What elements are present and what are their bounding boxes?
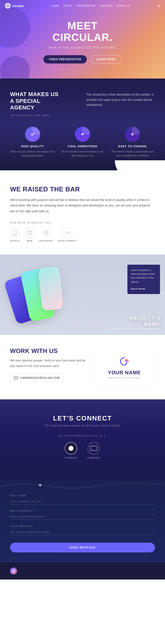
project-phones <box>5 260 70 330</box>
form-input-name[interactable] <box>10 498 155 505</box>
development-label: DEVELOPMENT <box>58 240 77 242</box>
nav-links: HOME ABOUT PARTNERSHIP CAREERS SPEAK UP <box>51 5 130 7</box>
web-label: WEB <box>27 240 33 242</box>
svg-line-11 <box>67 231 68 234</box>
logo-text: circular <box>12 4 24 8</box>
radio-startup-label: STARTUP <box>65 457 77 459</box>
read-more-link[interactable]: READ MORE <box>131 288 145 290</box>
hero-decoration-circle-left <box>0 8 30 48</box>
video-presentation-button[interactable]: VIDEO PRESENTATION <box>43 55 87 63</box>
navigation: circular HOME ABOUT PARTNERSHIP CAREERS … <box>0 0 165 12</box>
nav-home[interactable]: HOME <box>51 5 59 7</box>
radio-company: COMPANY <box>87 442 100 459</box>
hero-section: MEET CIRCULAR. THIS IS THE AGENCY OF THE… <box>0 0 165 79</box>
form-input-email[interactable] <box>10 514 155 520</box>
work-description: We love talented people. Send us your be… <box>10 358 86 369</box>
animations-icon <box>75 127 90 142</box>
feature-high-quality-name: HIGH QUALITY <box>10 145 55 148</box>
agency-title-block: WHAT MAKES US A SPECIAL AGENCY LET'S DIS… <box>10 91 79 116</box>
work-card: YOUR NAME PRODUCT DESIGNER <box>94 347 155 387</box>
svg-point-1 <box>7 5 8 6</box>
send-message-button[interactable]: SEND MESSAGE <box>10 543 155 552</box>
project-name-title: PROJECT'S NAME <box>109 316 160 327</box>
hamburger-icon[interactable]: ≡ <box>158 4 160 8</box>
mobile-label: MOBILE <box>10 240 20 242</box>
phone-3 <box>38 266 63 311</box>
project-subtitle: A SHORT SUBTITLE FOR THE PROJECT <box>109 327 160 330</box>
interests-row: MOBILE WEB BRANDING <box>10 228 155 242</box>
project-card-text: Here it should be a short description ab… <box>131 268 156 283</box>
circular-logo-work <box>118 355 131 368</box>
agency-description: This should be a short description of th… <box>86 91 155 116</box>
form-label-email: EMAIL ADDRESS <box>10 510 155 512</box>
svg-point-9 <box>44 231 48 235</box>
form-field-name: FULL NAME <box>10 494 155 505</box>
interest-web: WEB <box>25 228 34 242</box>
raised-description: We're working with passion and we like t… <box>10 197 150 214</box>
svg-rect-7 <box>27 231 32 235</box>
svg-marker-2 <box>82 133 84 135</box>
project-dots <box>162 292 163 298</box>
high-quality-icon <box>25 127 40 142</box>
agency-section: WHAT MAKES US A SPECIAL AGENCY LET'S DIS… <box>0 79 165 170</box>
dot-2[interactable] <box>162 294 163 296</box>
radio-startup-inner <box>68 446 73 451</box>
feature-high-quality-desc: We're not just a theme; the designs look… <box>10 150 55 158</box>
mobile-icon <box>10 228 20 238</box>
radio-company-circle[interactable] <box>88 442 100 455</box>
feature-easy-change: EASY TO CHANGE The theme is highly custo… <box>110 127 155 158</box>
svg-point-13 <box>39 484 41 486</box>
feature-easy-change-desc: The theme is highly customizable and can… <box>110 150 155 158</box>
hero-decoration-circle-bottom <box>0 56 30 79</box>
project-card: Here it should be a short description ab… <box>127 265 160 294</box>
learn-more-button[interactable]: LEARN MORE <box>91 55 122 63</box>
form-label-message: YOUR MESSAGE <box>10 525 155 527</box>
interest-development: DEVELOPMENT <box>58 228 77 242</box>
interest-branding: BRANDING <box>39 228 53 242</box>
work-inner: WORK WITH US We love talented people. Se… <box>10 347 155 387</box>
form-field-message: YOUR MESSAGE <box>10 525 155 535</box>
dot-1[interactable] <box>162 292 163 293</box>
footer <box>0 562 165 580</box>
radio-company-rect <box>90 446 97 451</box>
svg-point-4 <box>132 134 133 134</box>
form-section: FULL NAME EMAIL ADDRESS YOUR MESSAGE SEN… <box>0 479 165 562</box>
branding-label: BRANDING <box>39 240 53 242</box>
hero-buttons: VIDEO PRESENTATION LEARN MORE <box>43 55 122 63</box>
features-row: HIGH QUALITY We're not just a theme; the… <box>10 127 155 158</box>
radio-startup: STARTUP <box>65 442 77 459</box>
project-banner: Here it should be a short description ab… <box>0 255 165 335</box>
dot-3[interactable] <box>162 297 163 298</box>
email-text: CAREERS@CIRCULAR.COM <box>20 377 60 379</box>
feature-animations: COOL ANIMATIONS We've included cool anim… <box>60 127 105 158</box>
svg-point-10 <box>45 232 47 234</box>
web-icon <box>25 228 34 238</box>
your-name: YOUR NAME <box>108 370 141 376</box>
project-name-block: PROJECT'S NAME A SHORT SUBTITLE FOR THE … <box>109 316 160 330</box>
connect-subtitle: Fill in the form below and we will be in… <box>10 424 155 427</box>
nav-partnership[interactable]: PARTNERSHIP <box>77 5 96 7</box>
raised-section: WE RAISED THE BAR We're working with pas… <box>0 170 165 255</box>
nav-about[interactable]: ABOUT <box>63 5 73 7</box>
nav-careers[interactable]: CAREERS <box>100 5 113 7</box>
radio-startup-circle[interactable] <box>65 442 77 455</box>
feature-animations-name: COOL ANIMATIONS <box>60 145 105 148</box>
high-quality-icon-wrapper <box>25 127 40 142</box>
connect-title: LET'S CONNECT <box>10 414 155 422</box>
work-section: WORK WITH US We love talented people. Se… <box>0 335 165 399</box>
agency-title: WHAT MAKES US A SPECIAL AGENCY <box>10 91 79 111</box>
email-icon <box>14 376 18 380</box>
interests-label: OUR MAIN INTERESTS ARE: <box>10 222 155 224</box>
logo[interactable]: circular <box>5 3 24 9</box>
work-title: WORK WITH US <box>10 347 86 354</box>
feature-easy-change-name: EASY TO CHANGE <box>110 145 155 148</box>
branding-icon <box>41 228 51 238</box>
form-input-message[interactable] <box>10 529 155 535</box>
nav-speak[interactable]: SPEAK UP <box>117 5 130 7</box>
work-left: WORK WITH US We love talented people. Se… <box>10 347 86 387</box>
agency-cta-link[interactable]: LET'S DISCUSS YOUR IDEAS <box>10 114 79 117</box>
agency-top: WHAT MAKES US A SPECIAL AGENCY LET'S DIS… <box>10 91 155 116</box>
easy-change-icon-wrapper <box>125 127 140 142</box>
form-label-name: FULL NAME <box>10 494 155 497</box>
email-badge[interactable]: CAREERS@CIRCULAR.COM <box>10 374 63 382</box>
